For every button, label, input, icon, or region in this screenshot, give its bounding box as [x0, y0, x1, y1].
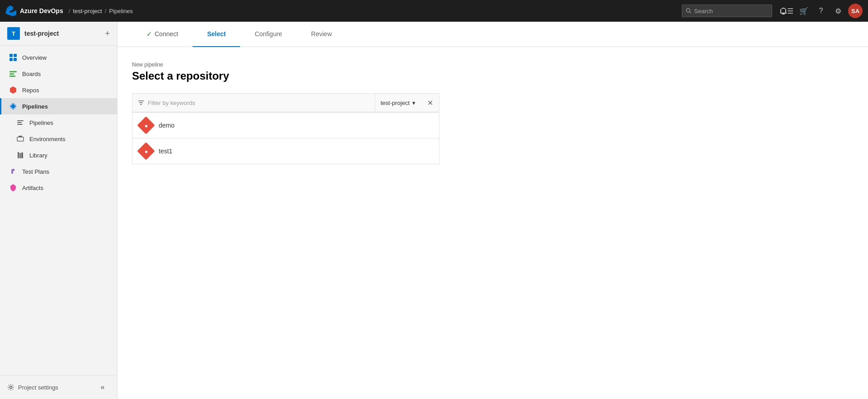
filter-project-selector[interactable]: test-project ▾	[375, 94, 421, 112]
sidebar-item-boards-label: Boards	[22, 71, 41, 77]
boards-icon	[9, 69, 18, 78]
wizard-tab-connect[interactable]: ✓ Connect	[132, 22, 193, 47]
svg-rect-11	[9, 58, 13, 61]
project-name: test-project	[24, 30, 59, 37]
svg-rect-8	[782, 14, 785, 14]
svg-rect-23	[17, 122, 22, 123]
svg-line-1	[689, 12, 691, 13]
content: ✓ Connect Select Configure Review New pi…	[118, 22, 868, 399]
svg-point-30	[10, 386, 12, 389]
svg-rect-4	[783, 8, 784, 9]
test-plans-icon	[9, 167, 18, 176]
artifacts-icon	[9, 183, 18, 192]
azure-devops-icon	[5, 5, 16, 16]
sidebar: T test-project + Overview	[0, 22, 118, 399]
pipelines-sub-icon	[16, 118, 25, 127]
breadcrumb-pipelines: Pipelines	[109, 8, 133, 14]
svg-rect-22	[17, 120, 24, 121]
svg-rect-14	[9, 73, 14, 75]
sidebar-item-library-label: Library	[29, 152, 47, 159]
sidebar-item-pipelines[interactable]: Pipelines	[0, 114, 117, 131]
repos-icon	[9, 86, 18, 95]
sidebar-item-overview[interactable]: Overview	[0, 49, 117, 66]
svg-rect-25	[17, 137, 24, 141]
wizard-tab-review[interactable]: Review	[297, 22, 346, 47]
sidebar-item-artifacts[interactable]: Artifacts	[0, 180, 117, 196]
svg-rect-15	[9, 76, 15, 77]
sidebar-item-overview-label: Overview	[22, 54, 47, 61]
sidebar-item-test-plans[interactable]: Test Plans	[0, 163, 117, 180]
overview-icon	[9, 53, 18, 62]
svg-rect-2	[780, 9, 781, 13]
wizard-tab-configure-label: Configure	[255, 30, 282, 38]
svg-rect-10	[14, 54, 17, 57]
sidebar-item-artifacts-label: Artifacts	[22, 185, 43, 191]
repo-item-demo[interactable]: ⬥ demo	[132, 112, 439, 138]
pipelines-header-icon	[9, 102, 18, 111]
collapse-sidebar-button[interactable]: «	[95, 380, 110, 394]
library-icon	[16, 151, 25, 160]
wizard-tab-review-label: Review	[311, 30, 332, 38]
repo-list: ⬥ demo ⬥ test1	[132, 112, 439, 164]
svg-rect-26	[19, 136, 22, 137]
svg-rect-24	[17, 124, 23, 125]
filter-icon	[138, 100, 144, 106]
svg-rect-12	[14, 58, 17, 61]
settings-gear-icon	[7, 384, 14, 391]
filter-clear-button[interactable]: ✕	[421, 94, 439, 112]
search-input[interactable]	[694, 8, 768, 14]
shopping-icon[interactable]: 🛒	[797, 4, 811, 18]
azure-devops-logo[interactable]: Azure DevOps	[5, 5, 63, 16]
filter-project-label: test-project	[381, 100, 410, 106]
topnav-icons: ☰ 🛒 ? ⚙ SA	[779, 4, 863, 18]
sidebar-item-environments[interactable]: Environments	[0, 131, 117, 147]
git-icon-demo: ⬥	[137, 116, 155, 134]
wizard-tab-configure[interactable]: Configure	[240, 22, 297, 47]
notifications-icon[interactable]: ☰	[779, 4, 794, 18]
sidebar-item-pipelines-header-label: Pipelines	[22, 103, 48, 110]
project-settings-label: Project settings	[18, 384, 58, 391]
sidebar-nav: Overview Boards	[0, 46, 117, 375]
search-box[interactable]	[682, 5, 772, 17]
repo-item-test1[interactable]: ⬥ test1	[132, 138, 439, 164]
sidebar-item-repos-label: Repos	[22, 87, 39, 94]
wizard-tab-select-label: Select	[207, 30, 226, 38]
project-avatar: T	[7, 27, 20, 40]
sidebar-item-boards[interactable]: Boards	[0, 66, 117, 82]
wizard-tab-connect-label: Connect	[155, 30, 178, 38]
add-project-button[interactable]: +	[105, 29, 110, 38]
wizard-tab-select[interactable]: Select	[193, 22, 240, 47]
settings-icon[interactable]: ⚙	[831, 4, 845, 18]
project-settings-link[interactable]: Project settings	[7, 384, 58, 391]
sidebar-item-pipelines-header[interactable]: Pipelines	[0, 98, 117, 114]
sidebar-project: T test-project +	[0, 22, 117, 46]
sidebar-item-library[interactable]: Library	[0, 147, 117, 163]
page-title: Select a repository	[132, 70, 854, 82]
svg-rect-27	[18, 152, 19, 158]
sidebar-item-repos[interactable]: Repos	[0, 82, 117, 98]
sidebar-item-environments-label: Environments	[29, 136, 65, 142]
wizard-tabs: ✓ Connect Select Configure Review	[118, 22, 868, 47]
filter-input[interactable]	[148, 94, 369, 112]
content-area: New pipeline Select a repository	[118, 47, 868, 399]
user-avatar[interactable]: SA	[848, 4, 863, 18]
svg-rect-9	[9, 54, 13, 57]
new-pipeline-label: New pipeline	[132, 62, 854, 68]
topnav: Azure DevOps / test-project / Pipelines	[0, 0, 868, 22]
sidebar-footer: Project settings «	[0, 375, 117, 399]
svg-point-0	[686, 9, 690, 12]
environments-icon	[16, 134, 25, 143]
help-icon[interactable]: ?	[814, 4, 828, 18]
search-icon	[686, 8, 692, 14]
breadcrumb-project[interactable]: test-project	[73, 8, 102, 14]
svg-rect-29	[21, 152, 23, 158]
svg-rect-6	[785, 9, 786, 13]
chevron-down-icon: ▾	[412, 100, 415, 106]
git-icon-test1: ⬥	[137, 142, 155, 160]
filter-bar: test-project ▾ ✕	[132, 93, 439, 112]
repo-item-demo-label: demo	[159, 122, 175, 129]
main-layout: T test-project + Overview	[0, 22, 868, 399]
svg-point-17	[11, 104, 15, 108]
svg-rect-13	[9, 71, 17, 72]
svg-rect-28	[19, 153, 21, 158]
